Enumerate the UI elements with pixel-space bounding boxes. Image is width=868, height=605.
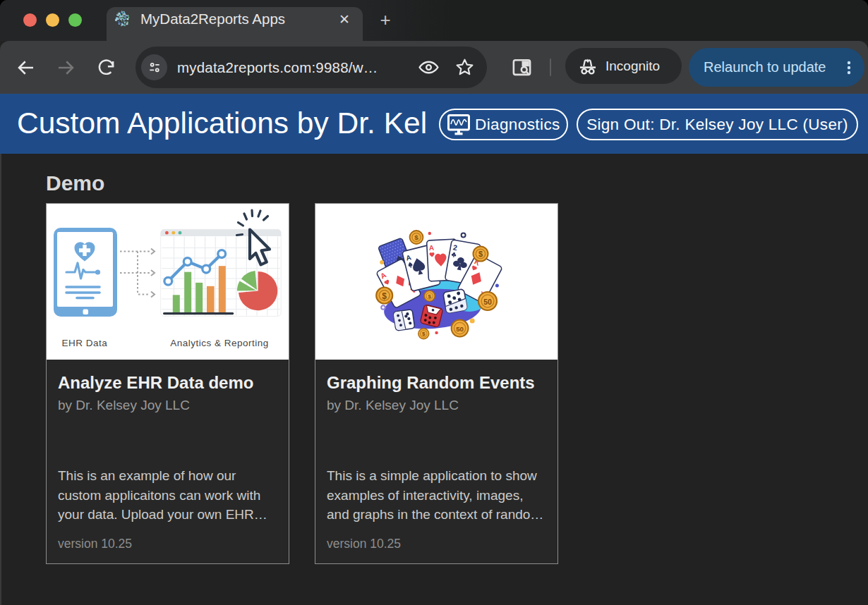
svg-text:A: A bbox=[429, 244, 435, 252]
svg-text:Analytics & Reporting: Analytics & Reporting bbox=[170, 338, 269, 348]
svg-text:EHR Data: EHR Data bbox=[62, 338, 108, 348]
